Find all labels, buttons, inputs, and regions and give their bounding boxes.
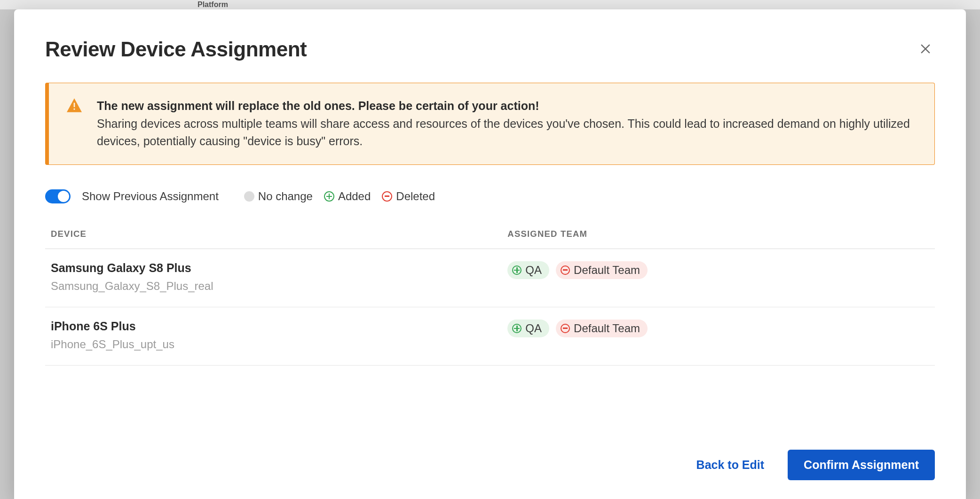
legend-added: Added: [324, 190, 371, 203]
table-row: Samsung Galaxy S8 Plus Samsung_Galaxy_S8…: [45, 249, 935, 307]
toggle-label: Show Previous Assignment: [82, 190, 219, 203]
minus-circle-icon: [561, 265, 570, 275]
confirm-assignment-button[interactable]: Confirm Assignment: [788, 450, 935, 480]
team-badge-added: QA: [507, 320, 549, 337]
alert-title: The new assignment will replace the old …: [97, 99, 539, 112]
warning-alert: The new assignment will replace the old …: [45, 83, 935, 165]
device-name: iPhone 6S Plus: [51, 320, 507, 333]
team-badge-added: QA: [507, 261, 549, 279]
plus-circle-icon: [324, 191, 334, 202]
legend-no-change: No change: [244, 190, 313, 203]
device-id: iPhone_6S_Plus_upt_us: [51, 338, 507, 351]
assignment-table: Device Assigned Team Samsung Galaxy S8 P…: [45, 224, 935, 366]
col-header-device: Device: [51, 229, 507, 239]
device-cell: Samsung Galaxy S8 Plus Samsung_Galaxy_S8…: [51, 261, 507, 293]
team-badge-deleted: Default Team: [556, 261, 648, 279]
table-header: Device Assigned Team: [45, 224, 935, 249]
team-cell: QA Default Team: [507, 320, 929, 351]
legend-deleted: Deleted: [382, 190, 435, 203]
col-header-team: Assigned Team: [507, 229, 929, 239]
legend-row: Show Previous Assignment No change Added…: [45, 189, 935, 203]
svg-rect-3: [74, 109, 75, 110]
device-cell: iPhone 6S Plus iPhone_6S_Plus_upt_us: [51, 320, 507, 351]
app-header-backdrop: Platform: [0, 0, 980, 9]
warning-icon: [67, 98, 82, 150]
modal-footer: Back to Edit Confirm Assignment: [45, 421, 935, 480]
plus-circle-icon: [512, 324, 522, 333]
close-icon: [919, 42, 932, 55]
device-name: Samsung Galaxy S8 Plus: [51, 261, 507, 275]
modal-header: Review Device Assignment: [45, 38, 935, 61]
no-change-icon: [244, 191, 254, 202]
table-row: iPhone 6S Plus iPhone_6S_Plus_upt_us QA …: [45, 307, 935, 366]
minus-circle-icon: [382, 191, 392, 202]
modal-title: Review Device Assignment: [45, 38, 307, 61]
minus-circle-icon: [561, 324, 570, 333]
team-cell: QA Default Team: [507, 261, 929, 293]
svg-rect-2: [74, 103, 75, 107]
alert-content: The new assignment will replace the old …: [97, 97, 916, 150]
plus-circle-icon: [512, 265, 522, 275]
review-assignment-modal: Review Device Assignment The new assignm…: [14, 9, 966, 499]
alert-body: Sharing devices across multiple teams wi…: [97, 117, 910, 148]
team-badge-deleted: Default Team: [556, 320, 648, 337]
show-previous-toggle[interactable]: [45, 189, 71, 203]
device-id: Samsung_Galaxy_S8_Plus_real: [51, 280, 507, 293]
back-to-edit-button[interactable]: Back to Edit: [694, 452, 767, 478]
close-button[interactable]: [916, 39, 935, 60]
